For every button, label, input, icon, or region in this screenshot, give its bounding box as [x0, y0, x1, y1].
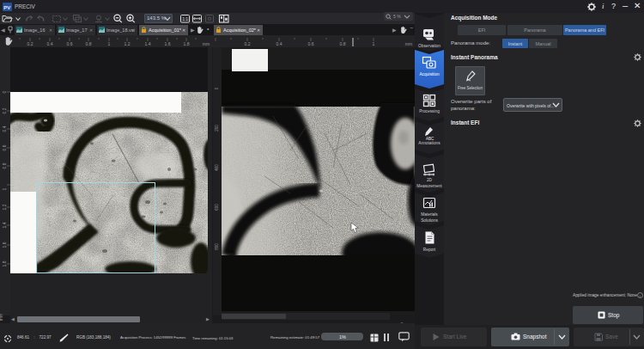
svg-text:1.6: 1.6 — [2, 242, 7, 248]
svg-text:1.4: 1.4 — [145, 41, 151, 46]
svg-text:ABC: ABC — [426, 137, 434, 141]
svg-text:0.6: 0.6 — [308, 41, 314, 46]
svg-text:1.4: 1.4 — [2, 222, 7, 228]
svg-text:0.4: 0.4 — [276, 41, 283, 46]
svg-text:0.8: 0.8 — [86, 41, 92, 46]
svg-text:mm: mm — [405, 41, 412, 46]
svg-text:1: 1 — [108, 41, 111, 46]
svg-text:1.2: 1.2 — [2, 204, 7, 210]
svg-text:1:1: 1:1 — [182, 16, 188, 21]
svg-text:1.6: 1.6 — [165, 41, 171, 46]
svg-text:0: 0 — [215, 87, 219, 89]
svg-text:1: 1 — [373, 41, 375, 46]
svg-text:PV: PV — [3, 5, 10, 10]
svg-text:0.6: 0.6 — [2, 144, 7, 150]
svg-text:0.2: 0.2 — [27, 41, 33, 46]
svg-text:0.4: 0.4 — [47, 41, 53, 46]
svg-text:1: 1 — [2, 187, 7, 190]
svg-text:0.8: 0.8 — [340, 41, 346, 46]
svg-text:200: 200 — [215, 125, 219, 132]
svg-text:0.2: 0.2 — [245, 41, 251, 46]
svg-text:1.2: 1.2 — [125, 41, 131, 46]
svg-text:mm: mm — [203, 41, 210, 46]
svg-text:1.8: 1.8 — [184, 41, 190, 46]
svg-text:0.2: 0.2 — [2, 107, 7, 113]
svg-text:0.8: 0.8 — [2, 162, 7, 168]
svg-text:400: 400 — [215, 164, 219, 171]
svg-text:0: 0 — [2, 90, 7, 93]
svg-text:800: 800 — [215, 243, 219, 250]
svg-text:1.8: 1.8 — [2, 260, 7, 266]
svg-text:0.4: 0.4 — [2, 126, 7, 132]
svg-text:0.6: 0.6 — [67, 41, 73, 46]
svg-text:600: 600 — [215, 204, 219, 211]
